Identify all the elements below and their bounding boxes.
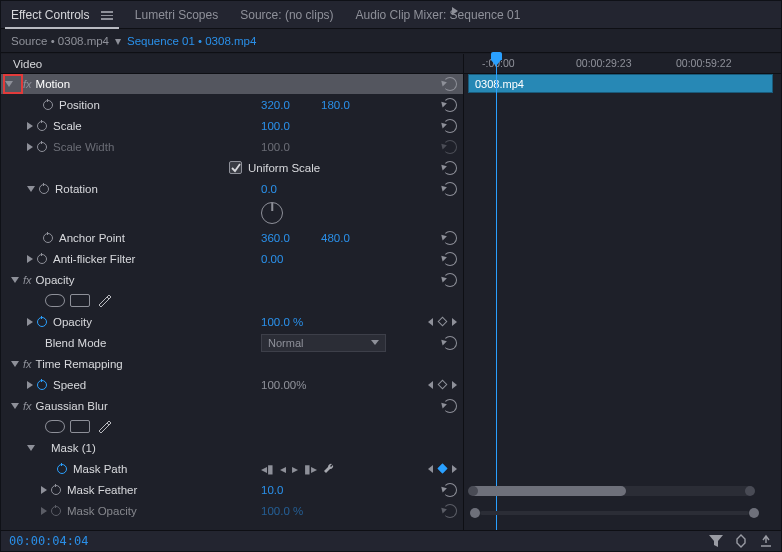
reset-icon[interactable] [443,161,457,175]
rect-mask-icon[interactable] [70,294,90,307]
prop-mask[interactable]: Mask (1) [1,437,463,458]
scale-value[interactable]: 100.0 [261,120,290,132]
blend-mode-select[interactable]: Normal [261,334,386,352]
sequence-link[interactable]: Sequence 01 • 0308.mp4 [127,35,256,47]
effect-motion[interactable]: fx Motion [1,74,463,94]
mask-feather-value[interactable]: 10.0 [261,484,283,496]
reset-icon[interactable] [443,182,457,196]
reset-icon[interactable] [443,483,457,497]
disclosure-icon[interactable] [27,255,33,263]
disclosure-icon[interactable] [11,361,19,367]
effect-time-remapping[interactable]: fx Time Remapping [1,353,463,374]
stopwatch-icon[interactable] [43,233,53,243]
timecode[interactable]: 00:00:04:04 [9,534,88,548]
next-keyframe-icon[interactable] [452,381,457,389]
prev-keyframe-icon[interactable] [428,465,433,473]
disclosure-icon[interactable] [11,277,19,283]
ellipse-mask-icon[interactable] [45,420,65,433]
reset-icon[interactable] [443,273,457,287]
tab-lumetri-scopes[interactable]: Lumetri Scopes [135,8,218,22]
tab-audio-mixer[interactable]: Audio Clip Mixer: Sequence 01 [356,8,521,22]
stopwatch-icon[interactable] [37,380,47,390]
tab-source[interactable]: Source: (no clips) [240,8,333,22]
fx-icon[interactable]: fx [23,78,32,90]
stopwatch-icon[interactable] [57,464,67,474]
zoom-slider[interactable] [470,509,759,517]
export-icon[interactable] [759,535,773,547]
rect-mask-icon[interactable] [70,420,90,433]
prev-keyframe-icon[interactable] [428,318,433,326]
rotation-dial-icon[interactable] [261,202,283,224]
filter-icon[interactable] [709,535,723,547]
disclosure-icon[interactable] [11,403,19,409]
next-keyframe-icon[interactable] [452,318,457,326]
fx-icon[interactable]: fx [23,358,32,370]
track-back-one-icon[interactable]: ◂▮ [261,462,274,476]
disclosure-icon[interactable] [41,486,47,494]
stopwatch-icon[interactable] [39,184,49,194]
play-only-icon[interactable] [447,1,463,21]
disclosure-icon[interactable] [27,143,33,151]
uniform-scale-checkbox[interactable] [229,161,242,174]
speed-value[interactable]: 100.00% [261,379,306,391]
disclosure-icon[interactable] [27,186,35,192]
pen-mask-icon[interactable] [97,419,111,435]
scrollbar-cap[interactable] [468,486,478,496]
fx-icon[interactable]: fx [23,274,32,286]
add-keyframe-icon[interactable] [438,380,448,390]
add-keyframe-icon[interactable] [438,464,448,474]
timeline-clip[interactable]: 0308.mp4 [468,74,773,93]
antiflicker-value[interactable]: 0.00 [261,253,283,265]
reset-icon[interactable] [443,504,457,518]
wrench-icon[interactable] [323,461,336,476]
prev-keyframe-icon[interactable] [428,381,433,389]
fx-icon[interactable]: fx [23,400,32,412]
chevron-down-icon[interactable]: ▾ [115,34,121,48]
reset-icon[interactable] [443,231,457,245]
timeline-scrollbar[interactable] [470,486,753,496]
effect-gaussian-blur[interactable]: fx Gaussian Blur [1,395,463,416]
anchor-x[interactable]: 360.0 [261,232,290,244]
reset-icon[interactable] [443,119,457,133]
disclosure-icon[interactable] [41,507,47,515]
tab-effect-controls[interactable]: Effect Controls [11,8,113,22]
zoom-handle[interactable] [749,508,759,518]
reset-icon[interactable] [443,336,457,350]
reset-icon[interactable] [443,140,457,154]
hamburger-icon[interactable] [101,11,113,20]
ellipse-mask-icon[interactable] [45,294,65,307]
position-x[interactable]: 320.0 [261,99,290,111]
stopwatch-icon[interactable] [37,317,47,327]
reset-icon[interactable] [443,77,457,91]
stopwatch-icon[interactable] [43,100,53,110]
reset-icon[interactable] [443,252,457,266]
stopwatch-icon[interactable] [37,142,47,152]
scrollbar-cap[interactable] [745,486,755,496]
keyframe-toggle-icon[interactable] [735,535,747,547]
disclosure-icon[interactable] [27,318,33,326]
add-keyframe-icon[interactable] [438,317,448,327]
track-forward-icon[interactable]: ▸ [292,462,298,476]
time-ruler[interactable]: -:00:00 00:00:29:23 00:00:59:22 [464,54,781,74]
next-keyframe-icon[interactable] [452,465,457,473]
reset-icon[interactable] [443,399,457,413]
anchor-y[interactable]: 480.0 [321,232,350,244]
disclosure-icon[interactable] [27,381,33,389]
pen-mask-icon[interactable] [97,293,111,309]
scrollbar-thumb[interactable] [470,486,626,496]
position-y[interactable]: 180.0 [321,99,350,111]
mask-opacity-value[interactable]: 100.0 % [261,505,303,517]
zoom-handle[interactable] [470,508,480,518]
opacity-value[interactable]: 100.0 % [261,316,303,328]
track-back-icon[interactable]: ◂ [280,462,286,476]
playhead[interactable] [496,54,497,530]
disclosure-icon[interactable] [27,122,33,130]
rotation-value[interactable]: 0.0 [261,183,277,195]
stopwatch-icon[interactable] [37,254,47,264]
reset-icon[interactable] [443,98,457,112]
track-forward-one-icon[interactable]: ▮▸ [304,462,317,476]
stopwatch-icon[interactable] [51,485,61,495]
effect-opacity[interactable]: fx Opacity [1,269,463,290]
disclosure-icon[interactable] [27,445,35,451]
stopwatch-icon[interactable] [51,506,61,516]
